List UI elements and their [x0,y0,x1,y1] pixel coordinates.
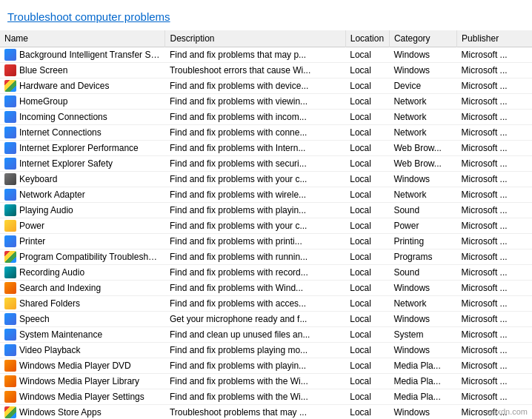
cell-location: Local [345,187,389,203]
item-name: Playing Audio [19,205,73,215]
cell-publisher: Microsoft ... [457,234,532,249]
cell-location: Local [345,312,389,327]
cell-category: Windows [389,281,456,296]
cell-name: Video Playback [0,343,165,358]
item-name: Printer [19,236,45,247]
table-header: Name Description Location Category Publi… [0,30,532,47]
cell-description: Find and fix problems with playin... [165,203,345,218]
cell-name: Hardware and Devices [0,78,165,94]
cell-location: Local [345,296,389,312]
cell-publisher: Microsoft ... [457,218,532,234]
table-wrapper: Name Description Location Category Publi… [0,30,532,419]
cell-description: Get your microphone ready and f... [165,312,345,327]
cell-description: Find and fix problems with conne... [165,125,345,141]
item-icon [4,235,16,247]
cell-description: Troubleshoot problems that may ... [165,405,345,420]
table-row[interactable]: Windows Media Player SettingsFind and fi… [0,389,532,405]
cell-category: Network [389,296,456,312]
cell-publisher: Microsoft ... [457,172,532,187]
table-row[interactable]: Network AdapterFind and fix problems wit… [0,187,532,203]
cell-description: Find and clean up unused files an... [165,327,345,343]
item-name: Windows Media Player Library [19,376,139,386]
cell-location: Local [345,172,389,187]
table-row[interactable]: Shared FoldersFind and fix problems with… [0,296,532,312]
table-row[interactable]: Blue ScreenTroubleshoot errors that caus… [0,63,532,78]
table-row[interactable]: Windows Media Player DVDFind and fix pro… [0,358,532,374]
table-row[interactable]: Internet ConnectionsFind and fix problem… [0,125,532,141]
item-name: Windows Media Player DVD [19,361,131,371]
item-name: Blue Screen [19,65,67,76]
cell-name: HomeGroup [0,94,165,110]
cell-location: Local [345,343,389,358]
cell-location: Local [345,156,389,172]
table-row[interactable]: Incoming ConnectionsFind and fix problem… [0,110,532,125]
cell-category: Sound [389,265,456,281]
cell-name: Windows Media Player Library [0,374,165,389]
table-row[interactable]: Search and IndexingFind and fix problems… [0,281,532,296]
item-name: Incoming Connections [19,112,107,122]
cell-location: Local [345,281,389,296]
table-row[interactable]: Playing AudioFind and fix problems with … [0,203,532,218]
cell-location: Local [345,141,389,156]
item-icon [4,313,16,325]
item-icon [4,80,16,92]
table-row[interactable]: System MaintenanceFind and clean up unus… [0,327,532,343]
cell-name: Network Adapter [0,187,165,203]
item-icon [4,189,16,201]
item-icon [4,375,16,387]
table-row[interactable]: Hardware and DevicesFind and fix problem… [0,78,532,94]
cell-category: System [389,327,456,343]
cell-publisher: Microsoft ... [457,78,532,94]
table-row[interactable]: KeyboardFind and fix problems with your … [0,172,532,187]
table-row[interactable]: HomeGroupFind and fix problems with view… [0,94,532,110]
cell-category: Printing [389,234,456,249]
col-header-cat[interactable]: Category [389,30,456,47]
cell-description: Find and fix problems with the Wi... [165,389,345,405]
item-icon [4,267,16,278]
cell-publisher: Microsoft ... [457,156,532,172]
table-row[interactable]: Recording AudioFind and fix problems wit… [0,265,532,281]
item-icon [4,220,16,232]
table-row[interactable]: Internet Explorer SafetyFind and fix pro… [0,156,532,172]
cell-publisher: Microsoft ... [457,203,532,218]
item-name: HomeGroup [19,96,67,107]
item-icon [4,298,16,309]
cell-description: Find and fix problems with device... [165,78,345,94]
item-icon [4,282,16,294]
cell-description: Find and fix problems with runnin... [165,249,345,265]
col-header-desc[interactable]: Description [165,30,345,47]
item-icon [4,344,16,356]
table-row[interactable]: PrinterFind and fix problems with printi… [0,234,532,249]
cell-publisher: Microsoft ... [457,187,532,203]
table-row[interactable]: Windows Media Player LibraryFind and fix… [0,374,532,389]
page-title[interactable]: Troubleshoot computer problems [0,7,532,30]
cell-location: Local [345,94,389,110]
item-name: Hardware and Devices [19,81,109,91]
cell-description: Find and fix problems with playin... [165,358,345,374]
cell-description: Find and fix problems that may p... [165,47,345,63]
table-row[interactable]: SpeechGet your microphone ready and f...… [0,312,532,327]
item-icon [4,158,16,170]
table-row[interactable]: Background Intelligent Transfer ServiceF… [0,47,532,63]
item-icon [4,360,16,372]
cell-publisher: Microsoft ... [457,281,532,296]
table-row[interactable]: PowerFind and fix problems with your c..… [0,218,532,234]
cell-name: Windows Media Player Settings [0,389,165,405]
item-name: Shared Folders [19,298,80,309]
table-row[interactable]: Internet Explorer PerformanceFind and fi… [0,141,532,156]
col-header-pub[interactable]: Publisher [457,30,532,47]
main-window: Troubleshoot computer problems Name Desc… [0,0,532,419]
col-header-loc[interactable]: Location [345,30,389,47]
cell-category: Device [389,78,456,94]
cell-location: Local [345,125,389,141]
table-row[interactable]: Windows Store AppsTroubleshoot problems … [0,405,532,420]
item-icon [4,391,16,403]
cell-location: Local [345,78,389,94]
cell-description: Find and fix problems with your c... [165,218,345,234]
cell-description: Find and fix problems with printi... [165,234,345,249]
cell-category: Media Pla... [389,389,456,405]
table-row[interactable]: Video PlaybackFind and fix problems play… [0,343,532,358]
col-header-name[interactable]: Name [0,30,165,47]
cell-description: Find and fix problems with viewin... [165,94,345,110]
table-row[interactable]: Program Compatibility TroubleshooterFind… [0,249,532,265]
